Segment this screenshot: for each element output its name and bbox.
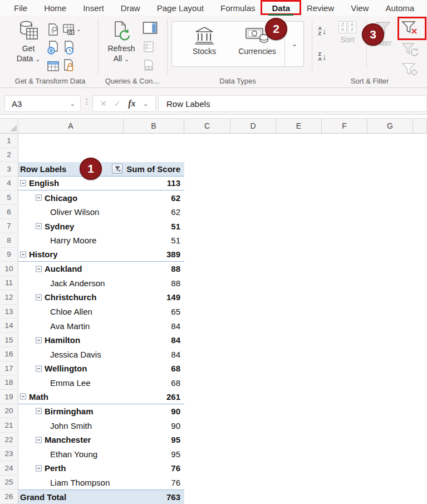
formula-bar-handle[interactable]: ⋮ (83, 97, 91, 106)
tab-home[interactable]: Home (36, 0, 75, 16)
row-number[interactable]: 21 (0, 418, 18, 433)
pivot-label-cell[interactable]: Chicago (18, 190, 124, 205)
pivot-value-cell[interactable]: 84 (124, 319, 184, 333)
gallery-more-button[interactable]: ⌄ (286, 22, 303, 66)
get-data-button[interactable]: Get Data ⌄ (12, 18, 45, 76)
refresh-all-button[interactable]: Refresh All ⌄ (104, 18, 139, 76)
collapse-icon[interactable] (36, 465, 42, 471)
pivot-label-cell[interactable]: Hamilton (18, 333, 124, 348)
from-text-csv-button[interactable] (47, 20, 62, 38)
row-number[interactable]: 5 (0, 190, 18, 205)
from-web-button[interactable] (47, 38, 62, 57)
pivot-label-cell[interactable] (18, 134, 124, 148)
enter-icon[interactable]: ✓ (114, 99, 121, 108)
column-header-partial[interactable] (413, 119, 427, 134)
sort-ascending-button[interactable]: AZ↓ (314, 23, 331, 39)
collapse-icon[interactable] (36, 337, 42, 343)
select-all-corner[interactable] (0, 119, 18, 134)
stocks-button[interactable]: Stocks (182, 24, 227, 64)
row-number[interactable]: 9 (0, 248, 18, 262)
tab-draw[interactable]: Draw (112, 0, 149, 16)
collapse-icon[interactable] (20, 180, 26, 186)
row-number[interactable]: 3 (0, 162, 18, 177)
pivot-value-cell[interactable]: 51 (124, 233, 184, 248)
collapse-icon[interactable] (36, 294, 42, 300)
pivot-value-cell[interactable]: 149 (124, 290, 184, 305)
row-number[interactable]: 23 (0, 447, 18, 461)
column-header-f[interactable]: F (322, 119, 367, 134)
properties-button[interactable] (143, 41, 158, 55)
row-number[interactable]: 1 (0, 134, 18, 148)
row-number[interactable]: 15 (0, 333, 18, 348)
pivot-value-cell[interactable]: 76 (124, 476, 184, 490)
pivot-value-cell[interactable]: 389 (124, 248, 184, 262)
pivot-value-cell[interactable]: 62 (124, 190, 184, 205)
pivot-label-cell[interactable]: History (18, 248, 124, 262)
collapse-icon[interactable] (36, 365, 42, 371)
pivot-value-cell[interactable]: 51 (124, 219, 184, 233)
pivot-label-cell[interactable]: Chloe Allen (18, 305, 124, 319)
pivot-label-cell[interactable]: Jack Anderson (18, 276, 124, 291)
pivot-label-cell[interactable]: Ethan Young (18, 447, 124, 461)
pivot-value-cell[interactable]: 68 (124, 361, 184, 376)
chevron-down-icon[interactable]: ⌄ (70, 100, 75, 107)
pivot-label-cell[interactable]: Jessica Davis (18, 347, 124, 361)
pivot-label-cell[interactable]: Grand Total (18, 490, 124, 504)
sort-descending-button[interactable]: ZA↓ (314, 49, 331, 65)
tab-view[interactable]: View (342, 0, 377, 16)
pivot-value-cell[interactable]: 95 (124, 433, 184, 447)
pivot-label-cell[interactable] (18, 148, 124, 163)
recent-sources-button[interactable] (62, 38, 81, 57)
tab-file[interactable]: File (6, 0, 36, 16)
pivot-value-cell[interactable] (124, 134, 184, 148)
pivot-label-cell[interactable]: John Smith (18, 418, 124, 433)
pivot-value-cell[interactable]: 88 (124, 276, 184, 291)
pivot-value-cell[interactable]: 763 (124, 490, 184, 504)
row-number[interactable]: 19 (0, 390, 18, 404)
pivot-label-cell[interactable]: Birmingham (18, 404, 124, 419)
pivot-value-cell[interactable]: 95 (124, 447, 184, 461)
existing-connections-button[interactable] (62, 57, 81, 75)
chevron-down-icon[interactable]: ⌄ (143, 100, 148, 107)
tab-automa[interactable]: Automa (377, 0, 423, 16)
collapse-icon[interactable] (20, 394, 26, 400)
tab-insert[interactable]: Insert (75, 0, 112, 16)
row-number[interactable]: 26 (0, 490, 18, 504)
pivot-value-cell[interactable]: 113 (124, 177, 184, 190)
insert-function-icon[interactable]: fx (128, 99, 135, 109)
row-number[interactable]: 2 (0, 148, 18, 163)
row-number[interactable]: 25 (0, 476, 18, 490)
name-box[interactable]: A3 ⌄ (4, 95, 81, 112)
pivot-value-cell[interactable] (124, 148, 184, 163)
collapse-icon[interactable] (36, 437, 42, 443)
pivot-value-cell[interactable]: 76 (124, 461, 184, 476)
row-number[interactable]: 16 (0, 347, 18, 361)
pivot-label-cell[interactable]: Manchester (18, 433, 124, 447)
edit-links-button[interactable] (143, 59, 158, 75)
formula-input[interactable]: Row Labels (158, 95, 427, 112)
row-number[interactable]: 12 (0, 290, 18, 305)
reapply-filter-button[interactable] (401, 42, 419, 59)
pivot-label-cell[interactable]: Liam Thompson (18, 476, 124, 490)
column-header-a[interactable]: A (18, 119, 124, 134)
tab-page-layout[interactable]: Page Layout (149, 0, 212, 16)
from-table-range-button[interactable] (47, 57, 62, 75)
row-number[interactable]: 24 (0, 461, 18, 476)
pivot-label-cell[interactable]: Ava Martin (18, 319, 124, 333)
pivot-value-cell[interactable]: 65 (124, 305, 184, 319)
row-number[interactable]: 11 (0, 276, 18, 291)
collapse-icon[interactable] (36, 408, 42, 414)
tab-formulas[interactable]: Formulas (212, 0, 264, 16)
sort-button[interactable]: ZAAZ Sort (334, 18, 361, 76)
row-number[interactable]: 8 (0, 233, 18, 248)
row-number[interactable]: 20 (0, 404, 18, 419)
pivot-value-cell[interactable]: 90 (124, 404, 184, 419)
pivot-value-cell[interactable]: 84 (124, 347, 184, 361)
column-header-g[interactable]: G (367, 119, 413, 134)
pivot-value-cell[interactable]: Sum of Score (124, 162, 184, 176)
pivot-value-cell[interactable]: 84 (124, 333, 184, 348)
column-header-e[interactable]: E (276, 119, 322, 134)
cancel-icon[interactable]: ✕ (100, 99, 107, 108)
from-picture-button[interactable]: ⌄ (62, 20, 81, 38)
pivot-label-cell[interactable]: Harry Moore (18, 233, 124, 248)
